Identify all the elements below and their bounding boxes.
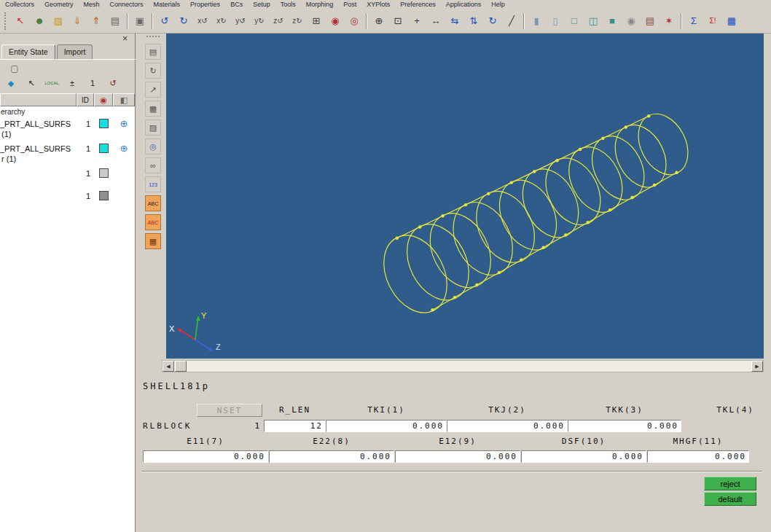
rotate-y-pos-icon[interactable]: y↻ (251, 12, 268, 30)
shaded-cube-icon[interactable]: ■ (603, 12, 621, 30)
rotate-x-neg-icon[interactable]: x↺ (194, 12, 211, 30)
display-column-header[interactable]: ◧ (113, 93, 135, 106)
menu-preferences[interactable]: Preferences (395, 1, 441, 8)
wireframe-cube-icon[interactable]: □ (565, 12, 583, 30)
nset-button[interactable]: NSET (197, 404, 262, 417)
export-icon[interactable]: ⇑ (87, 12, 105, 30)
zoom-target-icon[interactable]: + (408, 12, 426, 30)
rotate-x-pos-icon[interactable]: x↻ (213, 12, 230, 30)
local-toggle-icon[interactable]: LOCAL (44, 76, 60, 90)
menu-help[interactable]: Help (486, 1, 510, 8)
spin-icon[interactable]: ◉ (326, 12, 344, 30)
rotate-y-neg-icon[interactable]: y↺ (232, 12, 249, 30)
binoculars-icon[interactable]: ∞ (145, 157, 161, 173)
tree-row[interactable]: _PRT_ALL_SURFS1⊕r (1) (0, 142, 135, 167)
revert-icon[interactable]: ↺ (105, 76, 121, 90)
open-folder-icon[interactable]: ▨ (50, 12, 67, 30)
hiddenline-cube-icon[interactable]: ◫ (584, 12, 602, 30)
battery-icon[interactable]: ▮ (528, 12, 545, 30)
translate-model-icon[interactable]: ↗ (145, 82, 161, 98)
swap-horizontal-icon[interactable]: ⇆ (446, 12, 463, 30)
color-swatch[interactable] (99, 168, 109, 178)
viewport-toolbar-grip[interactable] (146, 36, 160, 40)
collector-icon[interactable]: ◆ (3, 76, 19, 90)
color-swatch[interactable] (99, 119, 109, 128)
scrollbar-thumb[interactable] (175, 361, 187, 372)
measure-icon[interactable]: ╱ (503, 12, 520, 30)
mesh-sheet-icon[interactable]: ▨ (145, 120, 161, 136)
globe-icon[interactable]: ⊕ (120, 118, 128, 129)
redo-icon[interactable]: ↻ (175, 12, 192, 30)
style-column-header[interactable]: ◉ (94, 93, 113, 106)
capture-icon[interactable]: ▣ (131, 12, 149, 30)
menu-connectors[interactable]: Connectors (105, 1, 149, 8)
menu-properties[interactable]: Properties (185, 1, 225, 8)
sum-alert-icon[interactable]: Σ! (704, 12, 721, 30)
menu-morphing[interactable]: Morphing (301, 1, 339, 8)
labels-icon[interactable]: ABC (145, 195, 161, 211)
new-collector-icon[interactable]: ▢ (7, 62, 22, 74)
e22-input[interactable] (269, 450, 394, 463)
tkk3-input[interactable] (568, 420, 681, 432)
menu-mesh[interactable]: Mesh (79, 1, 105, 8)
tree-row[interactable]: _PRT_ALL_SURFS1⊕(1) (0, 117, 135, 142)
label-arrow-icon[interactable]: ABC (145, 214, 161, 230)
horizontal-scrollbar[interactable]: ◀ ▶ (162, 360, 764, 372)
film-icon[interactable]: ▦ (145, 101, 161, 117)
e12-input[interactable] (395, 450, 520, 463)
view-front-icon[interactable]: ⊞ (308, 12, 325, 30)
scroll-left-button[interactable]: ◀ (163, 361, 174, 372)
menu-materials[interactable]: Materials (149, 1, 186, 8)
print-icon[interactable]: ▤ (106, 12, 124, 30)
r-len-input[interactable] (264, 420, 326, 432)
wire-sphere-icon[interactable]: ◉ (622, 12, 640, 30)
color-swatch[interactable] (99, 191, 109, 200)
import-icon[interactable]: ⇓ (69, 12, 86, 30)
rotate-z-pos-icon[interactable]: z↻ (289, 12, 306, 30)
zoom-in-icon[interactable]: ⊕ (370, 12, 388, 30)
tree-row[interactable]: 1 (0, 167, 135, 179)
tab-entity-state[interactable]: Entity State (1, 44, 55, 59)
name-column-header[interactable] (0, 93, 77, 106)
plate-stack-icon[interactable]: ▤ (145, 44, 161, 60)
isolate-icon[interactable]: 1 (85, 76, 101, 90)
scroll-right-button[interactable]: ▶ (751, 361, 763, 372)
rotate-z-neg-icon[interactable]: z↺ (270, 12, 287, 30)
reject-button[interactable]: reject (704, 477, 756, 490)
id-column-header[interactable]: ID (77, 93, 94, 106)
pan-icon[interactable]: ↔ (427, 12, 445, 30)
undo-icon[interactable]: ↺ (156, 12, 173, 30)
user-icon[interactable]: ☻ (31, 12, 48, 30)
shrink-element-icon[interactable]: ▦ (145, 233, 161, 249)
toolbar-grip[interactable] (4, 12, 8, 30)
swap-vertical-icon[interactable]: ⇅ (465, 12, 482, 30)
table-icon[interactable]: ▦ (723, 12, 740, 30)
menu-applications[interactable]: Applications (441, 1, 487, 8)
menu-xyplots[interactable]: XYPlots (361, 1, 395, 8)
menu-tools[interactable]: Tools (275, 1, 301, 8)
dsf-input[interactable] (521, 450, 646, 463)
default-button[interactable]: default (704, 492, 756, 506)
zoom-window-icon[interactable]: ⊡ (389, 12, 407, 30)
dynamic-rotate-icon[interactable]: ◎ (345, 12, 363, 30)
mhgf-input[interactable] (647, 450, 749, 463)
tkj2-input[interactable] (447, 420, 568, 432)
tree-row[interactable]: 1 (0, 189, 135, 202)
menu-collectors[interactable]: Collectors (0, 1, 39, 8)
sum-icon[interactable]: Σ (685, 12, 702, 30)
tki1-input[interactable] (326, 420, 447, 432)
menu-setup[interactable]: Setup (248, 1, 275, 8)
disc-icon[interactable]: ◎ (145, 138, 161, 154)
rlblock-count-field[interactable]: 1 (201, 420, 261, 431)
abort-icon[interactable]: ↖ (12, 12, 29, 30)
capsule-icon[interactable]: ▯ (547, 12, 564, 30)
menu-geometry[interactable]: Geometry (39, 1, 79, 8)
globe-icon[interactable]: ⊕ (120, 143, 128, 154)
menu-post[interactable]: Post (338, 1, 361, 8)
e11-input[interactable] (143, 450, 268, 463)
refresh-view-icon[interactable]: ↻ (484, 12, 501, 30)
close-icon[interactable]: × (120, 34, 130, 44)
tab-import[interactable]: Import (57, 44, 93, 59)
tools-icon[interactable]: ✶ (660, 12, 678, 30)
menu-bcs[interactable]: BCs (225, 1, 248, 8)
